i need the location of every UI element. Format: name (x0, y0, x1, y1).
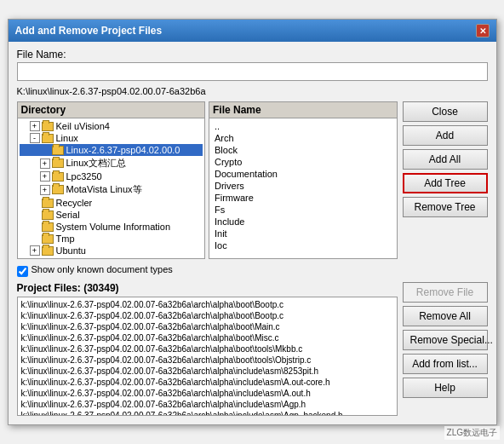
tree-toggle[interactable]: - (30, 133, 40, 143)
title-bar: Add and Remove Project Files ✕ (9, 20, 496, 42)
folder-icon (42, 199, 54, 208)
file-name-label: File Name: (17, 49, 488, 61)
remove-all-button[interactable]: Remove All (403, 306, 488, 326)
project-files-list[interactable]: k:\linux\linux-2.6.37-psp04.02.00.07-6a3… (17, 297, 398, 416)
help-button[interactable]: Help (403, 378, 488, 398)
file-list-item[interactable]: Ioc (211, 239, 395, 251)
tree-toggle[interactable]: + (40, 171, 50, 182)
path-display: K:\linux\linux-2.6.37-psp04.02.00.07-6a3… (17, 86, 488, 96)
tree-item[interactable]: +Ubuntu (20, 245, 203, 257)
remove-tree-button[interactable]: Remove Tree (403, 197, 488, 217)
folder-icon (52, 185, 64, 194)
tree-item[interactable]: Recycler (20, 197, 203, 209)
bottom-button-group: Remove File Remove All Remove Special...… (403, 282, 488, 416)
tree-item[interactable]: Tmp (20, 233, 203, 245)
tree-item-label: System Volume Information (56, 222, 171, 232)
folder-icon (52, 159, 64, 168)
file-list-item[interactable]: Arch (211, 132, 395, 144)
file-list-item[interactable]: Documentation (211, 168, 395, 180)
directory-panel: Directory +Keil uVision4-LinuxLinux-2.6.… (17, 101, 206, 259)
tree-item-label: Ubuntu (56, 245, 86, 256)
tree-item[interactable]: System Volume Information (20, 221, 203, 233)
folder-icon (42, 210, 54, 220)
folder-icon (42, 122, 54, 131)
add-all-button[interactable]: Add All (403, 149, 488, 170)
file-list-item[interactable]: Init (211, 228, 395, 239)
project-file-item[interactable]: k:\linux\linux-2.6.37-psp04.02.00.07-6a3… (20, 343, 395, 355)
dialog-title: Add and Remove Project Files (15, 25, 163, 37)
folder-icon (42, 234, 54, 244)
add-button[interactable]: Add (403, 125, 488, 146)
project-files-header: Project Files: (30349) (17, 282, 398, 294)
add-tree-button[interactable]: Add Tree (403, 173, 488, 193)
file-list-item[interactable]: Block (211, 144, 395, 156)
file-list-item[interactable]: .. (211, 120, 395, 132)
close-x-button[interactable]: ✕ (476, 24, 490, 37)
project-file-item[interactable]: k:\linux\linux-2.6.37-psp04.02.00.07-6a3… (20, 321, 395, 332)
file-name-panel-header: File Name (209, 102, 397, 118)
tree-item-label: Tmp (56, 234, 75, 244)
tree-item[interactable]: -Linux (20, 132, 203, 144)
watermark: ZLG数远电子 (444, 426, 500, 440)
tree-item[interactable]: Serial (20, 209, 203, 221)
file-name-row: File Name: (17, 49, 488, 81)
file-list-item[interactable]: Drivers (211, 180, 395, 192)
tree-item-label: Lpc3250 (66, 171, 102, 182)
tree-toggle[interactable]: + (30, 245, 40, 256)
folder-icon (52, 146, 64, 155)
show-known-types-row: Show only known document types (17, 264, 488, 277)
file-list-item[interactable]: Crypto (211, 156, 395, 168)
directory-tree[interactable]: +Keil uVision4-LinuxLinux-2.6.37-psp04.0… (18, 118, 205, 258)
project-file-item[interactable]: k:\linux\linux-2.6.37-psp04.02.00.07-6a3… (20, 410, 395, 416)
tree-item-label: Recycler (56, 198, 93, 208)
add-from-list-button[interactable]: Add from list... (403, 354, 488, 374)
tree-item-label: MotaVista Linux等 (66, 183, 142, 196)
tree-item-label: Linux-2.6.37-psp04.02.00.0 (66, 145, 180, 155)
file-list-item[interactable]: Fs (211, 204, 395, 216)
project-file-item[interactable]: k:\linux\linux-2.6.37-psp04.02.00.07-6a3… (20, 388, 395, 399)
tree-item[interactable]: +MotaVista Linux等 (20, 182, 203, 197)
project-file-item[interactable]: k:\linux\linux-2.6.37-psp04.02.00.07-6a3… (20, 399, 395, 410)
file-list[interactable]: ..ArchBlockCryptoDocumentationDriversFir… (209, 118, 397, 258)
tree-item[interactable]: +Lpc3250 (20, 170, 203, 182)
project-files-section: Project Files: (30349) k:\linux\linux-2.… (17, 282, 398, 416)
folder-icon (52, 172, 64, 182)
tree-toggle[interactable]: + (40, 185, 50, 195)
project-file-item[interactable]: k:\linux\linux-2.6.37-psp04.02.00.07-6a3… (20, 310, 395, 321)
main-dialog: Add and Remove Project Files ✕ File Name… (8, 19, 497, 425)
tree-item-label: Serial (56, 210, 80, 220)
project-file-item[interactable]: k:\linux\linux-2.6.37-psp04.02.00.07-6a3… (20, 332, 395, 343)
tree-toggle[interactable]: + (30, 121, 40, 131)
file-name-input[interactable] (17, 62, 488, 81)
tree-item-label: Keil uVision4 (56, 121, 110, 131)
dialog-body: File Name: K:\linux\linux-2.6.37-psp04.0… (9, 42, 496, 424)
file-name-panel: File Name ..ArchBlockCryptoDocumentation… (209, 101, 398, 259)
folder-icon (42, 134, 54, 143)
right-button-group: Close Add Add All Add Tree Remove Tree (403, 101, 488, 259)
show-known-types-label: Show only known document types (32, 264, 173, 274)
file-list-item[interactable]: Include (211, 216, 395, 228)
tree-item[interactable]: +Keil uVision4 (20, 120, 203, 132)
directory-panel-header: Directory (18, 102, 205, 118)
folder-icon (42, 222, 54, 232)
project-file-item[interactable]: k:\linux\linux-2.6.37-psp04.02.00.07-6a3… (20, 377, 395, 388)
tree-item[interactable]: +Linux文档汇总 (20, 156, 203, 170)
project-file-item[interactable]: k:\linux\linux-2.6.37-psp04.02.00.07-6a3… (20, 299, 395, 310)
tree-item-label: Linux (56, 133, 78, 143)
project-file-item[interactable]: k:\linux\linux-2.6.37-psp04.02.00.07-6a3… (20, 366, 395, 377)
close-button[interactable]: Close (403, 101, 488, 122)
remove-file-button[interactable]: Remove File (403, 282, 488, 303)
tree-item[interactable]: Linux-2.6.37-psp04.02.00.0 (20, 144, 203, 156)
folder-icon (42, 246, 54, 256)
project-file-item[interactable]: k:\linux\linux-2.6.37-psp04.02.00.07-6a3… (20, 355, 395, 366)
show-known-types-checkbox[interactable] (17, 266, 28, 277)
file-list-item[interactable]: Firmware (211, 192, 395, 204)
tree-item-label: Linux文档汇总 (66, 157, 126, 170)
tree-toggle[interactable]: + (40, 159, 50, 169)
remove-special-button[interactable]: Remove Special... (403, 330, 488, 350)
